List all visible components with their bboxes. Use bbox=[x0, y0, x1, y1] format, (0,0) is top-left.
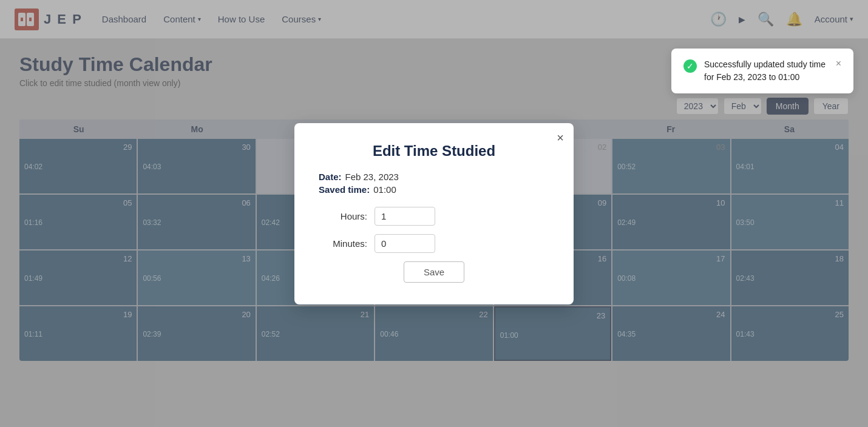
toast-notification: ✓ Successfully updated study time for Fe… bbox=[671, 49, 853, 93]
modal-minutes-label: Minutes: bbox=[319, 238, 367, 249]
modal-date-label: Date: bbox=[319, 172, 342, 182]
modal-minutes-input[interactable] bbox=[375, 234, 435, 253]
modal-saved-row: Saved time: 01:00 bbox=[319, 184, 549, 195]
edit-time-modal: × Edit Time Studied Date: Feb 23, 2023 S… bbox=[294, 123, 574, 304]
modal-date-value: Feb 23, 2023 bbox=[345, 172, 399, 182]
modal-saved-label: Saved time: bbox=[319, 184, 370, 195]
modal-hours-field: Hours: bbox=[319, 207, 549, 226]
modal-hours-input[interactable] bbox=[375, 207, 435, 226]
toast-success-icon: ✓ bbox=[683, 59, 697, 73]
toast-text: Successfully updated study time for Feb … bbox=[704, 58, 826, 84]
modal-hours-label: Hours: bbox=[319, 211, 367, 221]
modal-info: Date: Feb 23, 2023 Saved time: 01:00 bbox=[319, 172, 549, 195]
modal-minutes-field: Minutes: bbox=[319, 234, 549, 253]
modal-title: Edit Time Studied bbox=[319, 143, 549, 160]
modal-saved-value: 01:00 bbox=[373, 184, 396, 195]
modal-save-row: Save bbox=[319, 261, 549, 283]
modal-save-button[interactable]: Save bbox=[404, 261, 464, 283]
modal-date-row: Date: Feb 23, 2023 bbox=[319, 172, 549, 182]
modal-close-button[interactable]: × bbox=[557, 132, 564, 144]
toast-close-button[interactable]: × bbox=[836, 58, 841, 69]
